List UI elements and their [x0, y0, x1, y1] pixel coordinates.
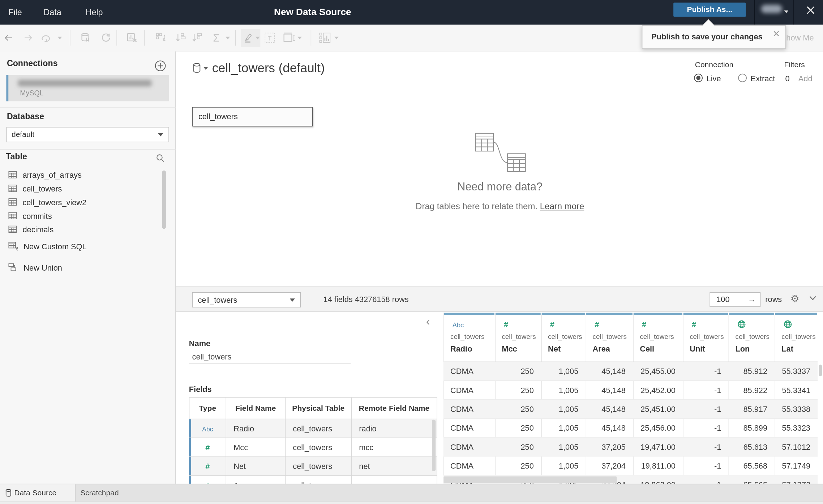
- highlight-caret-icon[interactable]: [255, 25, 261, 51]
- tab-data-source[interactable]: Data Source: [0, 484, 76, 501]
- table-label: decimals: [22, 225, 53, 234]
- live-label[interactable]: Live: [707, 74, 721, 83]
- sidebar-table-commits[interactable]: commits: [8, 209, 166, 223]
- svg-text:T: T: [268, 35, 272, 42]
- grid-vertical-scrollbar[interactable]: [819, 365, 822, 376]
- redo-icon[interactable]: [22, 25, 34, 51]
- grid-cell: 45,148: [586, 381, 626, 399]
- replay-icon[interactable]: [40, 25, 52, 51]
- live-radio[interactable]: [694, 73, 703, 82]
- datasource-title[interactable]: cell_towers (default): [212, 61, 325, 76]
- sidebar-action-new-custom-sql[interactable]: ⚙New Custom SQL: [8, 239, 166, 253]
- extract-radio[interactable]: [738, 73, 747, 82]
- totals-icon[interactable]: Σ: [211, 25, 222, 51]
- grid-horizontal-scrollbar[interactable]: [443, 477, 617, 483]
- user-account-menu[interactable]: [761, 5, 782, 13]
- toolbar-separator-5: [311, 30, 311, 46]
- text-label-icon[interactable]: T: [263, 25, 276, 51]
- grid-cell: 1,005: [541, 400, 578, 418]
- fields-row-Mcc[interactable]: # Mcc cell_towers mcc: [189, 438, 437, 457]
- grid-cell: 1,005: [541, 362, 578, 380]
- tooltip-close-icon[interactable]: ✕: [773, 28, 780, 39]
- show-me-caret-icon[interactable]: [334, 25, 339, 51]
- column-type-icon-number[interactable]: #: [595, 320, 599, 329]
- empty-state-subtitle: Drag tables here to relate them. Learn m…: [320, 202, 680, 212]
- connections-header: Connections: [7, 59, 58, 68]
- rows-input[interactable]: 100 →: [710, 292, 760, 307]
- database-select[interactable]: default: [6, 127, 169, 142]
- datasource-caret-icon[interactable]: [203, 67, 208, 70]
- menu-file[interactable]: File: [8, 0, 22, 25]
- window-title: New Data Source: [274, 0, 351, 25]
- rows-go-icon[interactable]: →: [748, 293, 756, 306]
- fields-row-Area[interactable]: # Area cell_towers area: [189, 475, 437, 484]
- menu-help[interactable]: Help: [86, 0, 103, 25]
- column-type-icon-number[interactable]: #: [692, 320, 696, 329]
- replay-caret-icon[interactable]: [57, 25, 63, 51]
- title-bar: File Data Help New Data Source Publish A…: [0, 0, 823, 25]
- learn-more-link[interactable]: Learn more: [540, 202, 584, 211]
- grid-cell: 85.917: [729, 400, 767, 418]
- menu-data[interactable]: Data: [44, 0, 61, 25]
- table-search-icon[interactable]: [156, 154, 165, 163]
- column-header-Unit[interactable]: Unit: [690, 344, 705, 353]
- column-header-Lat[interactable]: Lat: [781, 344, 793, 353]
- sidebar-table-arrays_of_arrays[interactable]: arrays_of_arrays: [8, 168, 166, 182]
- custom-sql-icon: ⚙: [8, 242, 18, 251]
- name-value[interactable]: cell_towers: [192, 352, 231, 361]
- fields-table-wrap: TypeField NamePhysical TableRemote Field…: [189, 397, 438, 484]
- publish-as-button[interactable]: Publish As...: [673, 3, 746, 17]
- sidebar-table-decimals[interactable]: decimals: [8, 223, 166, 236]
- column-header-Area[interactable]: Area: [592, 344, 610, 353]
- sort-descending-icon[interactable]: [191, 25, 204, 51]
- collapse-panel-icon[interactable]: ‹: [426, 316, 430, 328]
- fields-scrollbar[interactable]: [432, 420, 436, 471]
- grid-cell: 37,204: [586, 456, 626, 475]
- column-type-icon-number[interactable]: #: [642, 320, 646, 329]
- undo-icon[interactable]: [3, 25, 15, 51]
- column-header-Cell[interactable]: Cell: [640, 344, 654, 353]
- grid-settings-gear-icon[interactable]: ⚙: [790, 293, 800, 305]
- datasource-db-icon[interactable]: [193, 63, 201, 73]
- show-me-label[interactable]: Show Me: [781, 25, 814, 51]
- column-type-icon-geo[interactable]: [784, 320, 792, 328]
- clear-sheet-icon[interactable]: [126, 25, 139, 51]
- refresh-icon[interactable]: [100, 25, 112, 51]
- sidebar-table-cell_towers[interactable]: cell_towers: [8, 181, 166, 195]
- preview-table-select[interactable]: cell_towers: [192, 292, 301, 307]
- swap-rows-columns-icon[interactable]: [155, 25, 167, 51]
- sort-ascending-icon[interactable]: [175, 25, 188, 51]
- filters-add-button[interactable]: Add: [798, 74, 813, 83]
- grid-options-chevron-icon[interactable]: [809, 296, 817, 301]
- add-connection-icon[interactable]: [155, 60, 166, 71]
- show-me-icon[interactable]: [318, 25, 332, 51]
- totals-caret-icon[interactable]: [225, 25, 231, 51]
- grid-cell: 1,005: [541, 456, 578, 475]
- column-header-Net[interactable]: Net: [548, 344, 561, 353]
- column-type-icon-geo[interactable]: [737, 320, 746, 328]
- sidebar-scrollbar[interactable]: [162, 171, 166, 229]
- column-header-Radio[interactable]: Radio: [450, 344, 472, 353]
- column-header-Mcc[interactable]: Mcc: [502, 344, 517, 353]
- sidebar-table-cell_towers_view2[interactable]: cell_towers_view2: [8, 195, 166, 209]
- tab-scratchpad[interactable]: Scratchpad: [80, 488, 119, 497]
- close-window-icon[interactable]: [806, 6, 815, 15]
- column-type-icon-number[interactable]: #: [550, 320, 554, 329]
- connection-item[interactable]: MySQL: [6, 75, 169, 102]
- highlight-icon[interactable]: [243, 25, 254, 51]
- extract-label[interactable]: Extract: [751, 74, 775, 83]
- fields-row-Net[interactable]: # Net cell_towers net: [189, 457, 437, 475]
- column-type-icon-number[interactable]: #: [504, 320, 508, 329]
- column-header-Lon[interactable]: Lon: [735, 344, 750, 353]
- user-caret-icon[interactable]: [784, 10, 789, 13]
- fit-axes-icon[interactable]: [282, 25, 296, 51]
- pause-updates-icon[interactable]: [79, 25, 92, 51]
- sidebar-action-new-union[interactable]: New Union: [8, 261, 166, 275]
- fit-axes-caret-icon[interactable]: [297, 25, 303, 51]
- column-type-icon-string[interactable]: Abc: [453, 320, 464, 329]
- fields-row-Radio[interactable]: Abc Radio cell_towers radio: [189, 419, 437, 438]
- grid-cell: -1: [683, 381, 721, 399]
- table-node-cell-towers[interactable]: cell_towers: [192, 107, 313, 126]
- fields-header: Physical Table: [285, 397, 351, 419]
- grid-cell: -1: [683, 362, 721, 380]
